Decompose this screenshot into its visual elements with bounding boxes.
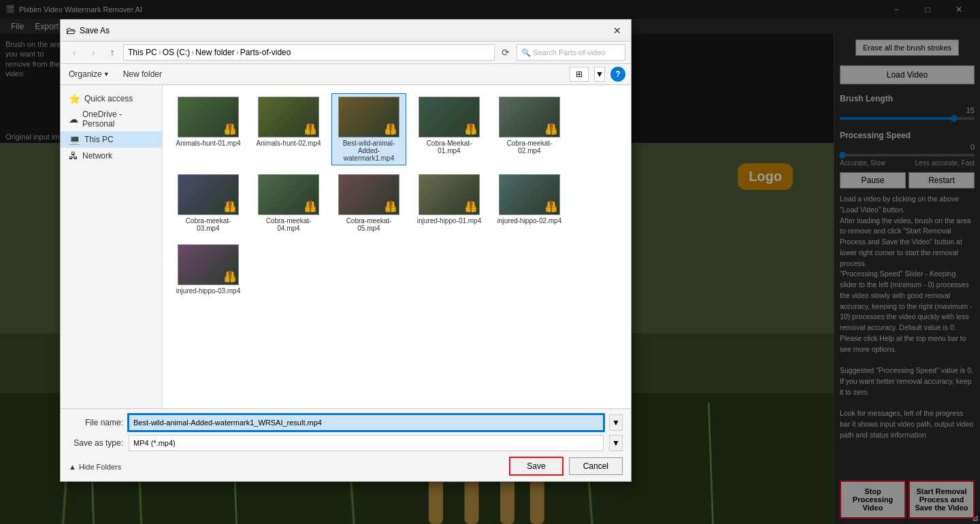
vlc-icon: 🦺 (464, 122, 478, 135)
search-placeholder: 🔍 Search Parts-of-video (521, 48, 605, 57)
dialog-titlebar: 🗁 Save As ✕ (61, 20, 631, 42)
sidebar-item-onedrive[interactable]: ☁ OneDrive - Personal (61, 107, 162, 131)
dialog-close-button[interactable]: ✕ (609, 22, 625, 39)
thispc-icon: 💻 (69, 134, 80, 145)
onedrive-label: OneDrive - Personal (82, 110, 154, 129)
file-thumbnail: 🦺 (338, 174, 399, 215)
file-name: Cobra-meekat-04.mp4 (255, 217, 323, 232)
vlc-icon: 🦺 (544, 200, 558, 213)
dialog-sidebar: ⭐ Quick access ☁ OneDrive - Personal 💻 T… (61, 85, 163, 408)
dialog-filelist: 🦺Animals-hunt-01.mp4🦺Animals-hunt-02.mp4… (163, 85, 631, 408)
file-item[interactable]: 🦺Animals-hunt-02.mp4 (251, 93, 326, 165)
file-item[interactable]: 🦺Cobra-meekat-04.mp4 (251, 171, 326, 235)
file-item[interactable]: 🦺Cobra-Meekat-01.mp4 (412, 93, 487, 165)
file-item[interactable]: 🦺Animals-hunt-01.mp4 (171, 93, 246, 165)
savetype-value: MP4 (*.mp4) (133, 439, 176, 447)
file-item[interactable]: 🦺Best-wild-animal-Added-watermark1.mp4 (331, 93, 406, 165)
cancel-button[interactable]: Cancel (569, 457, 623, 475)
file-name: Cobra-meekat-03.mp4 (174, 217, 242, 232)
file-item[interactable]: 🦺injured-hippo-02.mp4 (492, 171, 567, 235)
vlc-icon: 🦺 (223, 122, 237, 135)
file-thumbnail: 🦺 (258, 174, 319, 215)
organize-label: Organize (69, 69, 102, 79)
file-name: injured-hippo-02.mp4 (497, 217, 562, 225)
file-name: injured-hippo-01.mp4 (417, 217, 482, 225)
file-item[interactable]: 🦺Cobra-meekat-02.mp4 (492, 93, 567, 165)
file-item[interactable]: 🦺Cobra-meekat-05.mp4 (331, 171, 406, 235)
dialog-bottom: File name: ▼ Save as type: MP4 (*.mp4) ▼… (61, 408, 631, 481)
hide-folders-chevron: ▲ (69, 463, 76, 471)
file-item[interactable]: 🦺injured-hippo-03.mp4 (171, 241, 246, 298)
filename-label: File name: (69, 418, 123, 427)
file-thumbnail: 🦺 (499, 97, 560, 137)
file-name: Best-wild-animal-Added-watermark1.mp4 (335, 140, 403, 162)
resize-handle[interactable]: ⊿ (972, 513, 979, 523)
file-item[interactable]: 🦺injured-hippo-01.mp4 (412, 171, 487, 235)
file-item[interactable]: 🦺Cobra-meekat-03.mp4 (171, 171, 246, 235)
search-box[interactable]: 🔍 Search Parts-of-video (517, 44, 625, 61)
dialog-body: ⭐ Quick access ☁ OneDrive - Personal 💻 T… (61, 85, 631, 408)
organize-button[interactable]: Organize ▼ (66, 68, 112, 80)
file-thumbnail: 🦺 (178, 174, 239, 215)
save-cancel-row: ▲ Hide Folders Save Cancel (69, 457, 623, 476)
savetype-row: Save as type: MP4 (*.mp4) ▼ (69, 435, 623, 451)
path-sep-3: › (236, 48, 239, 57)
nav-up-button[interactable]: ↑ (104, 44, 120, 61)
file-thumbnail: 🦺 (258, 97, 319, 137)
savetype-dropdown[interactable]: ▼ (609, 435, 623, 451)
vlc-icon: 🦺 (304, 122, 317, 135)
new-folder-button[interactable]: New folder (118, 68, 167, 80)
savetype-select[interactable]: MP4 (*.mp4) (129, 435, 604, 451)
view-toggle-button[interactable]: ⊞ (570, 67, 589, 82)
nav-back-button[interactable]: ‹ (66, 44, 82, 61)
dialog-toolbar: Organize ▼ New folder ⊞ ▼ ? (61, 64, 631, 85)
network-label: Network (82, 151, 112, 161)
hide-folders-toggle[interactable]: ▲ Hide Folders (69, 463, 121, 471)
filename-input[interactable] (129, 414, 604, 431)
vlc-icon: 🦺 (464, 200, 478, 213)
save-button[interactable]: Save (509, 457, 563, 476)
organize-chevron: ▼ (103, 71, 110, 78)
onedrive-icon: ☁ (69, 114, 78, 125)
path-thispc: This PC (128, 48, 157, 57)
vlc-icon: 🦺 (223, 200, 237, 213)
vlc-icon: 🦺 (304, 200, 317, 213)
file-thumbnail: 🦺 (178, 244, 239, 285)
path-sep-2: › (191, 48, 194, 57)
help-button[interactable]: ? (610, 67, 625, 82)
path-sep-1: › (159, 48, 161, 57)
file-thumbnail: 🦺 (419, 174, 480, 215)
file-name: Animals-hunt-01.mp4 (176, 140, 240, 147)
nav-forward-button[interactable]: › (85, 44, 101, 61)
path-osc: OS (C:) (163, 48, 191, 57)
file-thumbnail: 🦺 (499, 174, 560, 215)
vlc-icon: 🦺 (384, 200, 397, 213)
hide-folders-label: Hide Folders (79, 463, 121, 471)
dialog-addressbar: ‹ › ↑ This PC › OS (C:) › New folder › P… (61, 42, 631, 64)
quick-access-label: Quick access (84, 94, 133, 103)
file-name: Cobra-meekat-05.mp4 (335, 217, 403, 232)
save-as-dialog: 🗁 Save As ✕ ‹ › ↑ This PC › OS (C:) › Ne… (60, 19, 632, 482)
file-name: Animals-hunt-02.mp4 (256, 140, 321, 147)
file-name: Cobra-meekat-02.mp4 (495, 140, 564, 154)
file-thumbnail: 🦺 (178, 97, 239, 137)
refresh-button[interactable]: ⟳ (497, 44, 514, 61)
file-name: injured-hippo-03.mp4 (176, 287, 241, 295)
view-dropdown-button[interactable]: ▼ (594, 67, 605, 82)
vlc-icon: 🦺 (544, 122, 558, 135)
network-icon: 🖧 (69, 150, 78, 161)
path-newfolder: New folder (195, 48, 234, 57)
sidebar-item-quick-access[interactable]: ⭐ Quick access (61, 91, 162, 107)
file-thumbnail: 🦺 (419, 97, 480, 137)
sidebar-item-network[interactable]: 🖧 Network (61, 148, 162, 164)
file-thumbnail: 🦺 (338, 97, 399, 137)
vlc-icon: 🦺 (384, 122, 397, 135)
sidebar-item-thispc[interactable]: 💻 This PC (61, 131, 162, 148)
file-name: Cobra-Meekat-01.mp4 (415, 140, 483, 154)
thispc-label: This PC (84, 135, 114, 144)
vlc-icon: 🦺 (223, 270, 237, 283)
filename-dropdown[interactable]: ▼ (609, 414, 623, 431)
dialog-overlay: 🗁 Save As ✕ ‹ › ↑ This PC › OS (C:) › Ne… (0, 0, 980, 524)
address-path[interactable]: This PC › OS (C:) › New folder › Parts-o… (123, 44, 495, 61)
savetype-label: Save as type: (69, 438, 123, 448)
